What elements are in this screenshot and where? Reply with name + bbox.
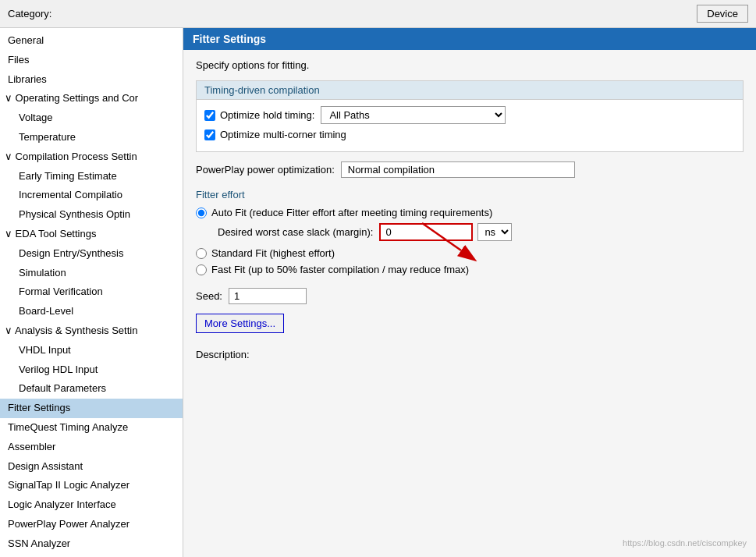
sidebar-item-design-assistant[interactable]: Design Assistant — [0, 457, 183, 477]
sidebar-item-timequest[interactable]: TimeQuest Timing Analyze — [0, 418, 183, 438]
worst-case-row: Desired worst case slack (margin): ns ps — [218, 223, 744, 241]
sidebar-item-default-parameters[interactable]: Default Parameters — [0, 379, 183, 399]
standard-fit-row: Standard Fit (highest effort) — [196, 247, 744, 259]
right-panel: Fitter Settings Specify options for fitt… — [183, 28, 756, 557]
sidebar-item-verilog-hdl[interactable]: Verilog HDL Input — [0, 360, 183, 380]
sidebar-item-voltage[interactable]: Voltage — [0, 108, 183, 128]
sidebar-item-files[interactable]: Files — [0, 51, 183, 70]
device-button[interactable]: Device — [697, 5, 748, 23]
sidebar-item-analysis-synthesis[interactable]: ∨ Analysis & Synthesis Settin — [0, 321, 183, 341]
sidebar-item-incremental-compilation[interactable]: Incremental Compilatio — [0, 186, 183, 205]
sidebar-item-general[interactable]: General — [0, 31, 183, 51]
timing-section: Timing-driven compilation Optimize hold … — [196, 80, 744, 152]
sidebar-item-assembler[interactable]: Assembler — [0, 438, 183, 457]
worst-case-input[interactable] — [379, 223, 473, 241]
watermark: https://blog.csdn.net/ciscompkey — [623, 538, 747, 548]
sidebar-item-libraries[interactable]: Libraries — [0, 70, 183, 90]
specify-text: Specify options for fitting. — [196, 59, 744, 71]
auto-fit-radio[interactable] — [196, 208, 207, 218]
optimize-multi-corner-row: Optimize multi-corner timing — [204, 129, 735, 140]
seed-label: Seed: — [196, 290, 222, 302]
category-label: Category: — [8, 8, 51, 20]
sidebar-item-physical-synthesis[interactable]: Physical Synthesis Optin — [0, 205, 183, 225]
powerplay-row: PowerPlay power optimization: Normal com… — [196, 161, 744, 178]
optimize-hold-label: Optimize hold timing: — [220, 109, 314, 121]
seed-row: Seed: — [196, 288, 744, 304]
standard-fit-label: Standard Fit (highest effort) — [211, 247, 335, 259]
worst-case-label: Desired worst case slack (margin): — [218, 226, 373, 238]
optimize-hold-dropdown[interactable]: All Paths I/O Paths and Minimum TPD Path… — [321, 106, 506, 124]
panel-body: Specify options for fitting. Timing-driv… — [183, 50, 756, 557]
standard-fit-radio[interactable] — [196, 248, 207, 259]
optimize-hold-row: Optimize hold timing: All Paths I/O Path… — [204, 106, 735, 124]
powerplay-value: Normal compilation — [341, 161, 575, 178]
sidebar-item-eda-tool[interactable]: ∨ EDA Tool Settings — [0, 225, 183, 244]
panel-header: Fitter Settings — [183, 28, 756, 50]
optimize-multi-corner-label: Optimize multi-corner timing — [220, 129, 346, 140]
fast-fit-label: Fast Fit (up to 50% faster compilation /… — [211, 264, 469, 275]
fast-fit-radio[interactable] — [196, 264, 207, 275]
sidebar-item-fitter-settings[interactable]: Fitter Settings — [0, 399, 183, 418]
sidebar-item-signaltap[interactable]: SignalTap II Logic Analyzer — [0, 476, 183, 495]
sidebar-item-ssn-analyzer[interactable]: SSN Analyzer — [0, 534, 183, 554]
fitter-effort-section: Fitter effort Auto Fit (reduce Fitter ef… — [196, 189, 744, 275]
worst-case-container: Desired worst case slack (margin): ns ps — [196, 223, 744, 241]
timing-section-title: Timing-driven compilation — [197, 81, 743, 100]
optimize-hold-checkbox[interactable] — [204, 110, 215, 121]
optimize-multi-corner-checkbox[interactable] — [204, 129, 215, 140]
seed-input[interactable] — [229, 288, 307, 304]
sidebar-item-vhdl-input[interactable]: VHDL Input — [0, 341, 183, 360]
sidebar-item-compilation-process[interactable]: ∨ Compilation Process Settin — [0, 147, 183, 167]
timing-section-content: Optimize hold timing: All Paths I/O Path… — [197, 100, 743, 151]
sidebar-item-board-level[interactable]: Board-Level — [0, 302, 183, 321]
sidebar-item-powerplay[interactable]: PowerPlay Power Analyzer — [0, 515, 183, 534]
sidebar-item-operating-settings[interactable]: ∨ Operating Settings and Cor — [0, 89, 183, 108]
auto-fit-row: Auto Fit (reduce Fitter effort after mee… — [196, 207, 744, 218]
fast-fit-row: Fast Fit (up to 50% faster compilation /… — [196, 264, 744, 275]
sidebar-item-formal-verification[interactable]: Formal Verification — [0, 282, 183, 302]
sidebar-item-simulation[interactable]: Simulation — [0, 264, 183, 283]
ns-dropdown[interactable]: ns ps — [477, 223, 512, 241]
description-label: Description: — [196, 349, 744, 360]
sidebar-item-logic-analyzer[interactable]: Logic Analyzer Interface — [0, 495, 183, 515]
sidebar-item-early-timing[interactable]: Early Timing Estimate — [0, 167, 183, 186]
sidebar-item-temperature[interactable]: Temperature — [0, 128, 183, 147]
more-settings-button[interactable]: More Settings... — [196, 314, 284, 333]
sidebar: GeneralFilesLibraries∨ Operating Setting… — [0, 28, 183, 557]
fitter-effort-title: Fitter effort — [196, 189, 744, 200]
auto-fit-label: Auto Fit (reduce Fitter effort after mee… — [211, 207, 492, 218]
sidebar-item-design-entry[interactable]: Design Entry/Synthesis — [0, 244, 183, 264]
powerplay-label: PowerPlay power optimization: — [196, 164, 335, 176]
